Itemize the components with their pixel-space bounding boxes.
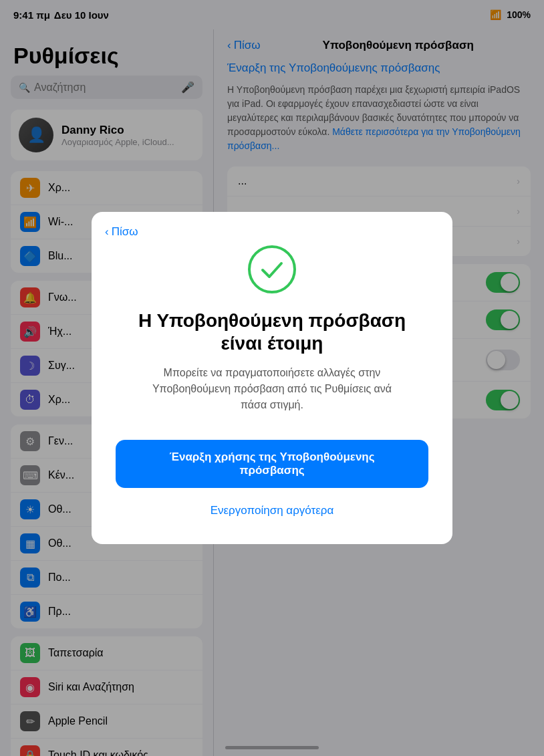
modal-primary-button[interactable]: Έναρξη χρήσης της Υποβοηθούμενης πρόσβασ… [116, 440, 428, 488]
modal-title: Η Υποβοηθούμενη πρόσβαση είναι έτοιμη [116, 309, 428, 354]
modal-dialog: ‹ Πίσω Η Υποβοηθούμενη πρόσβαση είναι έτ… [92, 212, 452, 544]
home-indicator [225, 746, 319, 749]
modal-subtitle: Μπορείτε να πραγματοποιήσετε αλλαγές στη… [145, 365, 399, 413]
modal-checkmark [248, 245, 296, 293]
modal-secondary-button[interactable]: Ενεργοποίηση αργότερα [205, 499, 339, 523]
modal-overlay: ‹ Πίσω Η Υποβοηθούμενη πρόσβαση είναι έτ… [0, 0, 544, 756]
modal-back-button[interactable]: ‹ Πίσω [105, 225, 138, 239]
modal-back-label: Πίσω [112, 225, 138, 239]
checkmark-icon [259, 256, 285, 283]
modal-back-chevron: ‹ [105, 225, 109, 239]
